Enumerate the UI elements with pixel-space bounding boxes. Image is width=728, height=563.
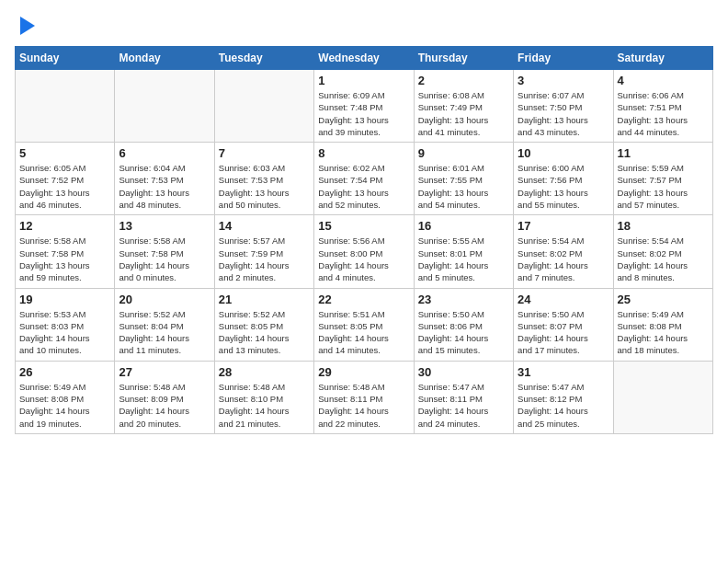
day-number: 26 xyxy=(19,365,110,379)
weekday-header-friday: Friday xyxy=(514,47,613,70)
calendar-cell: 24Sunrise: 5:50 AM Sunset: 8:07 PM Dayli… xyxy=(514,288,613,361)
page-header xyxy=(15,15,713,35)
day-number: 25 xyxy=(618,293,709,306)
calendar-cell: 15Sunrise: 5:56 AM Sunset: 8:00 PM Dayli… xyxy=(314,215,414,288)
day-info: Sunrise: 5:47 AM Sunset: 8:11 PM Dayligh… xyxy=(418,381,509,430)
weekday-header-sunday: Sunday xyxy=(16,47,115,70)
calendar-cell: 14Sunrise: 5:57 AM Sunset: 7:59 PM Dayli… xyxy=(214,215,313,288)
day-number: 17 xyxy=(518,219,609,233)
day-number: 19 xyxy=(19,293,110,306)
day-info: Sunrise: 5:48 AM Sunset: 8:11 PM Dayligh… xyxy=(318,381,409,430)
calendar-cell xyxy=(16,70,115,143)
day-info: Sunrise: 6:07 AM Sunset: 7:50 PM Dayligh… xyxy=(518,89,609,138)
calendar-cell: 22Sunrise: 5:51 AM Sunset: 8:05 PM Dayli… xyxy=(314,288,414,361)
calendar-week-row: 5Sunrise: 6:05 AM Sunset: 7:52 PM Daylig… xyxy=(16,143,713,215)
day-info: Sunrise: 5:54 AM Sunset: 8:02 PM Dayligh… xyxy=(518,235,609,283)
calendar-week-row: 1Sunrise: 6:09 AM Sunset: 7:48 PM Daylig… xyxy=(16,70,713,143)
calendar-week-row: 26Sunrise: 5:49 AM Sunset: 8:08 PM Dayli… xyxy=(16,361,713,433)
day-info: Sunrise: 5:50 AM Sunset: 8:06 PM Dayligh… xyxy=(418,308,509,357)
calendar-header-row: SundayMondayTuesdayWednesdayThursdayFrid… xyxy=(16,47,713,70)
day-info: Sunrise: 5:48 AM Sunset: 8:09 PM Dayligh… xyxy=(119,381,210,430)
day-info: Sunrise: 5:53 AM Sunset: 8:03 PM Dayligh… xyxy=(19,308,110,357)
calendar-week-row: 19Sunrise: 5:53 AM Sunset: 8:03 PM Dayli… xyxy=(16,288,713,361)
day-info: Sunrise: 6:01 AM Sunset: 7:55 PM Dayligh… xyxy=(418,162,509,211)
calendar-cell: 23Sunrise: 5:50 AM Sunset: 8:06 PM Dayli… xyxy=(414,288,513,361)
logo xyxy=(15,15,35,35)
calendar-cell: 1Sunrise: 6:09 AM Sunset: 7:48 PM Daylig… xyxy=(314,70,414,143)
day-number: 6 xyxy=(119,146,210,160)
weekday-header-saturday: Saturday xyxy=(613,47,712,70)
day-info: Sunrise: 5:55 AM Sunset: 8:01 PM Dayligh… xyxy=(418,235,509,283)
day-number: 15 xyxy=(318,219,409,233)
day-info: Sunrise: 6:05 AM Sunset: 7:52 PM Dayligh… xyxy=(19,162,110,211)
calendar-cell: 28Sunrise: 5:48 AM Sunset: 8:10 PM Dayli… xyxy=(214,361,313,433)
day-number: 20 xyxy=(119,293,210,306)
calendar-cell xyxy=(214,70,313,143)
calendar-cell: 30Sunrise: 5:47 AM Sunset: 8:11 PM Dayli… xyxy=(414,361,513,433)
calendar-cell: 8Sunrise: 6:02 AM Sunset: 7:54 PM Daylig… xyxy=(314,143,414,215)
calendar-cell: 20Sunrise: 5:52 AM Sunset: 8:04 PM Dayli… xyxy=(115,288,214,361)
day-number: 18 xyxy=(618,219,709,233)
calendar-cell: 17Sunrise: 5:54 AM Sunset: 8:02 PM Dayli… xyxy=(514,215,613,288)
day-info: Sunrise: 5:49 AM Sunset: 8:08 PM Dayligh… xyxy=(618,308,709,357)
day-info: Sunrise: 5:52 AM Sunset: 8:05 PM Dayligh… xyxy=(219,308,310,357)
calendar-cell: 25Sunrise: 5:49 AM Sunset: 8:08 PM Dayli… xyxy=(613,288,712,361)
day-info: Sunrise: 5:51 AM Sunset: 8:05 PM Dayligh… xyxy=(318,308,409,357)
calendar-cell: 11Sunrise: 5:59 AM Sunset: 7:57 PM Dayli… xyxy=(613,143,712,215)
day-number: 16 xyxy=(418,219,509,233)
day-number: 9 xyxy=(418,146,509,160)
day-info: Sunrise: 6:03 AM Sunset: 7:53 PM Dayligh… xyxy=(219,162,310,211)
day-info: Sunrise: 6:08 AM Sunset: 7:49 PM Dayligh… xyxy=(418,89,509,138)
calendar-table: SundayMondayTuesdayWednesdayThursdayFrid… xyxy=(15,46,713,434)
calendar-cell: 2Sunrise: 6:08 AM Sunset: 7:49 PM Daylig… xyxy=(414,70,513,143)
calendar-cell: 29Sunrise: 5:48 AM Sunset: 8:11 PM Dayli… xyxy=(314,361,414,433)
day-number: 5 xyxy=(19,146,110,160)
calendar-cell: 6Sunrise: 6:04 AM Sunset: 7:53 PM Daylig… xyxy=(115,143,214,215)
logo-arrow-icon xyxy=(20,17,35,35)
weekday-header-monday: Monday xyxy=(115,47,214,70)
day-number: 7 xyxy=(219,146,310,160)
weekday-header-thursday: Thursday xyxy=(414,47,513,70)
calendar-week-row: 12Sunrise: 5:58 AM Sunset: 7:58 PM Dayli… xyxy=(16,215,713,288)
day-number: 24 xyxy=(518,293,609,306)
day-info: Sunrise: 5:48 AM Sunset: 8:10 PM Dayligh… xyxy=(219,381,310,430)
calendar-cell: 27Sunrise: 5:48 AM Sunset: 8:09 PM Dayli… xyxy=(115,361,214,433)
day-info: Sunrise: 5:58 AM Sunset: 7:58 PM Dayligh… xyxy=(119,235,210,283)
day-info: Sunrise: 6:02 AM Sunset: 7:54 PM Dayligh… xyxy=(318,162,409,211)
day-number: 23 xyxy=(418,293,509,306)
day-number: 14 xyxy=(219,219,310,233)
day-info: Sunrise: 5:54 AM Sunset: 8:02 PM Dayligh… xyxy=(618,235,709,283)
day-number: 31 xyxy=(518,365,609,379)
day-info: Sunrise: 6:09 AM Sunset: 7:48 PM Dayligh… xyxy=(318,89,409,138)
day-number: 28 xyxy=(219,365,310,379)
day-number: 10 xyxy=(518,146,609,160)
day-number: 1 xyxy=(318,74,409,87)
day-info: Sunrise: 6:04 AM Sunset: 7:53 PM Dayligh… xyxy=(119,162,210,211)
weekday-header-wednesday: Wednesday xyxy=(314,47,414,70)
day-info: Sunrise: 6:06 AM Sunset: 7:51 PM Dayligh… xyxy=(618,89,709,138)
day-info: Sunrise: 6:00 AM Sunset: 7:56 PM Dayligh… xyxy=(518,162,609,211)
calendar-cell: 10Sunrise: 6:00 AM Sunset: 7:56 PM Dayli… xyxy=(514,143,613,215)
weekday-header-tuesday: Tuesday xyxy=(214,47,313,70)
day-number: 13 xyxy=(119,219,210,233)
day-info: Sunrise: 5:49 AM Sunset: 8:08 PM Dayligh… xyxy=(19,381,110,430)
day-info: Sunrise: 5:50 AM Sunset: 8:07 PM Dayligh… xyxy=(518,308,609,357)
day-number: 27 xyxy=(119,365,210,379)
calendar-cell: 7Sunrise: 6:03 AM Sunset: 7:53 PM Daylig… xyxy=(214,143,313,215)
day-number: 30 xyxy=(418,365,509,379)
day-number: 2 xyxy=(418,74,509,87)
day-number: 21 xyxy=(219,293,310,306)
day-info: Sunrise: 5:52 AM Sunset: 8:04 PM Dayligh… xyxy=(119,308,210,357)
day-number: 3 xyxy=(518,74,609,87)
day-number: 22 xyxy=(318,293,409,306)
day-info: Sunrise: 5:58 AM Sunset: 7:58 PM Dayligh… xyxy=(19,235,110,283)
calendar-cell xyxy=(115,70,214,143)
day-info: Sunrise: 5:57 AM Sunset: 7:59 PM Dayligh… xyxy=(219,235,310,283)
calendar-cell: 5Sunrise: 6:05 AM Sunset: 7:52 PM Daylig… xyxy=(16,143,115,215)
calendar-cell: 13Sunrise: 5:58 AM Sunset: 7:58 PM Dayli… xyxy=(115,215,214,288)
calendar-cell xyxy=(613,361,712,433)
calendar-cell: 4Sunrise: 6:06 AM Sunset: 7:51 PM Daylig… xyxy=(613,70,712,143)
calendar-cell: 16Sunrise: 5:55 AM Sunset: 8:01 PM Dayli… xyxy=(414,215,513,288)
calendar-cell: 18Sunrise: 5:54 AM Sunset: 8:02 PM Dayli… xyxy=(613,215,712,288)
calendar-cell: 31Sunrise: 5:47 AM Sunset: 8:12 PM Dayli… xyxy=(514,361,613,433)
